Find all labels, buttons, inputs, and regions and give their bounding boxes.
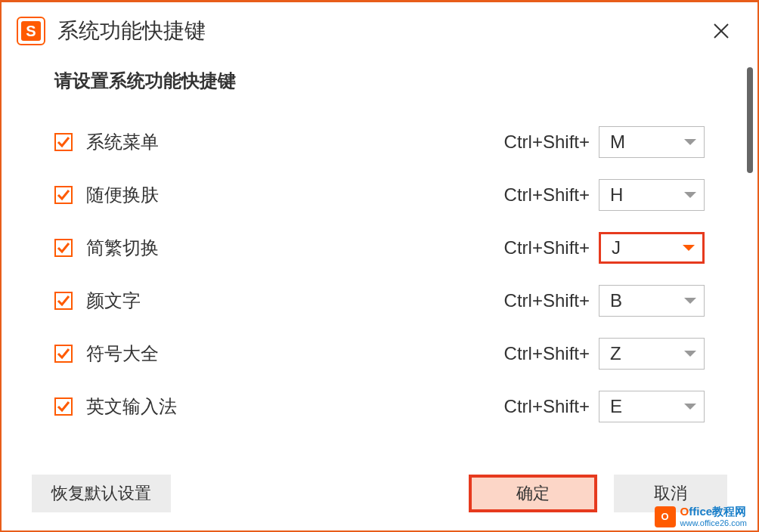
dropdown-value: E xyxy=(610,396,684,417)
checkbox-symbols[interactable] xyxy=(54,345,73,363)
ok-button[interactable]: 确定 xyxy=(469,475,597,512)
row-label: 系统菜单 xyxy=(86,130,504,154)
dropdown-value: J xyxy=(612,237,683,258)
checkbox-kaomoji[interactable] xyxy=(54,292,73,310)
chevron-down-icon xyxy=(683,245,695,251)
shortcut-row: 颜文字 Ctrl+Shift+ B xyxy=(54,274,705,327)
app-icon-letter: S xyxy=(21,21,41,41)
shortcut-row: 符号大全 Ctrl+Shift+ Z xyxy=(54,327,705,380)
app-icon: S xyxy=(17,17,45,45)
row-label: 英文输入法 xyxy=(86,394,504,419)
dropdown-value: Z xyxy=(610,343,684,364)
checkbox-english-ime[interactable] xyxy=(54,397,73,416)
watermark: O Office教程网 www.office26.com xyxy=(655,506,747,527)
shortcut-row: 简繁切换 Ctrl+Shift+ J xyxy=(54,221,705,274)
key-dropdown-english-ime[interactable]: E xyxy=(599,391,705,422)
check-icon xyxy=(57,241,70,255)
key-dropdown-symbols[interactable]: Z xyxy=(599,338,705,370)
row-label: 颜文字 xyxy=(86,289,504,313)
chevron-down-icon xyxy=(684,404,696,410)
row-label: 简繁切换 xyxy=(86,236,504,260)
watermark-icon: O xyxy=(655,506,676,527)
modifier-text: Ctrl+Shift+ xyxy=(504,131,590,153)
shortcut-row: 英文输入法 Ctrl+Shift+ E xyxy=(54,380,705,433)
dropdown-value: M xyxy=(610,131,684,153)
check-icon xyxy=(57,294,70,308)
key-dropdown-system-menu[interactable]: M xyxy=(599,126,705,158)
scrollbar-thumb[interactable] xyxy=(747,67,753,173)
dropdown-value: B xyxy=(610,290,684,311)
check-icon xyxy=(57,400,70,413)
modifier-text: Ctrl+Shift+ xyxy=(504,237,590,258)
reset-button[interactable]: 恢复默认设置 xyxy=(32,475,171,512)
chevron-down-icon xyxy=(684,351,696,357)
section-subtitle: 请设置系统功能快捷键 xyxy=(54,69,705,93)
content-area: 请设置系统功能快捷键 系统菜单 Ctrl+Shift+ M 随便换肤 Ctrl+… xyxy=(2,54,757,433)
close-button[interactable] xyxy=(706,16,736,46)
key-dropdown-kaomoji[interactable]: B xyxy=(599,285,705,317)
chevron-down-icon xyxy=(684,192,696,198)
watermark-title: Office教程网 xyxy=(680,506,747,518)
row-label: 随便换肤 xyxy=(86,183,504,207)
check-icon xyxy=(57,135,70,149)
shortcut-row: 系统菜单 Ctrl+Shift+ M xyxy=(54,116,705,169)
checkbox-system-menu[interactable] xyxy=(54,133,73,151)
check-icon xyxy=(57,188,70,202)
checkbox-simp-trad[interactable] xyxy=(54,239,73,257)
window-title: 系统功能快捷键 xyxy=(57,17,706,45)
modifier-text: Ctrl+Shift+ xyxy=(504,290,590,311)
watermark-text: Office教程网 www.office26.com xyxy=(680,506,747,527)
check-icon xyxy=(57,347,70,360)
chevron-down-icon xyxy=(684,139,696,145)
modifier-text: Ctrl+Shift+ xyxy=(504,343,590,364)
titlebar: S 系统功能快捷键 xyxy=(2,2,757,54)
watermark-url: www.office26.com xyxy=(680,518,747,527)
modifier-text: Ctrl+Shift+ xyxy=(504,184,590,206)
close-icon xyxy=(713,23,730,39)
key-dropdown-random-skin[interactable]: H xyxy=(599,179,705,211)
dropdown-value: H xyxy=(610,184,684,206)
shortcut-row: 随便换肤 Ctrl+Shift+ H xyxy=(54,169,705,221)
key-dropdown-simp-trad[interactable]: J xyxy=(599,232,705,264)
row-label: 符号大全 xyxy=(86,342,504,366)
modifier-text: Ctrl+Shift+ xyxy=(504,396,590,417)
checkbox-random-skin[interactable] xyxy=(54,186,73,204)
chevron-down-icon xyxy=(684,298,696,304)
footer: 恢复默认设置 确定 取消 xyxy=(32,475,727,512)
